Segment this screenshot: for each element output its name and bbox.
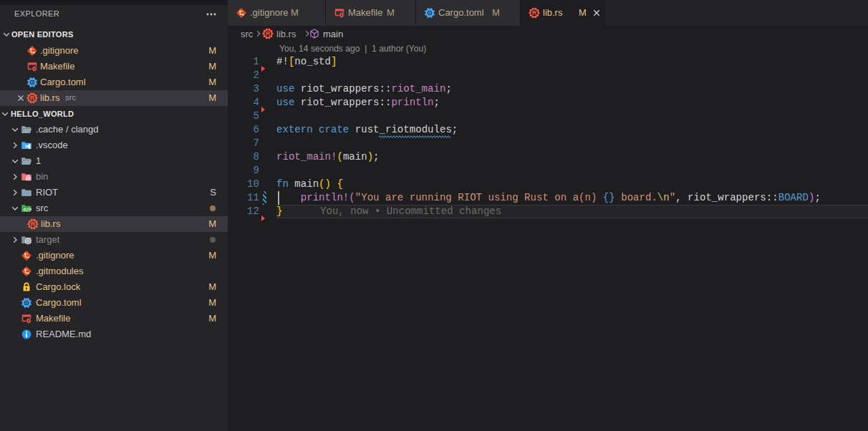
- svg-text:R: R: [30, 95, 35, 102]
- svg-text:R: R: [31, 221, 36, 228]
- svg-text:R: R: [266, 30, 271, 37]
- svg-text:R: R: [532, 9, 537, 16]
- svg-text:</>: </>: [23, 208, 32, 213]
